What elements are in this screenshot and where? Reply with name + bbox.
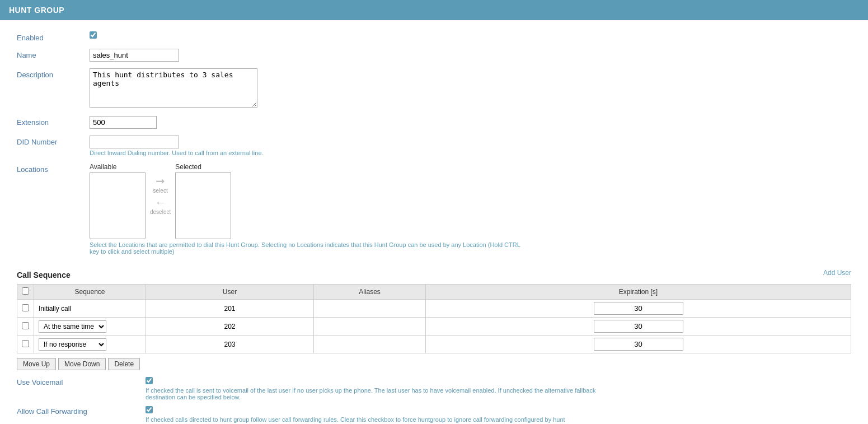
action-buttons: Move Up Move Down Delete — [17, 358, 851, 370]
page-header: HUNT GROUP — [0, 0, 868, 20]
name-label: Name — [17, 49, 90, 59]
locations-control: Available ➞ select ← deselect Selected — [90, 163, 851, 255]
sequence-static-0: Initially call — [39, 305, 71, 313]
table-row: At the same timeIf no responseRing all20… — [17, 318, 851, 336]
call-sequence-header: Call Sequence Add User — [17, 262, 851, 284]
did-label: DID Number — [17, 136, 90, 146]
selected-label: Selected — [175, 163, 201, 171]
delete-button[interactable]: Delete — [108, 358, 140, 370]
description-textarea[interactable] — [90, 68, 257, 108]
did-row: DID Number Direct Inward Dialing number.… — [17, 136, 851, 156]
sequence-dropdown-1[interactable]: At the same timeIf no responseRing all — [39, 320, 106, 333]
user-cell-2: 203 — [146, 336, 314, 353]
description-row: Description — [17, 68, 851, 109]
arrow-right-icon: ➞ — [156, 174, 165, 188]
name-row: Name — [17, 49, 851, 62]
expiration-input-1[interactable] — [594, 320, 683, 333]
enabled-checkbox[interactable] — [90, 31, 97, 39]
extension-row: Extension — [17, 116, 851, 129]
extension-control — [90, 116, 851, 129]
selected-box: Selected — [175, 163, 231, 239]
aliases-cell-0 — [314, 300, 426, 318]
did-control: Direct Inward Dialing number. Used to ca… — [90, 136, 851, 156]
call-sequence-title: Call Sequence — [17, 271, 71, 279]
name-input[interactable] — [90, 49, 179, 62]
call-forwarding-hint: If checked calls directed to hunt group … — [146, 416, 565, 424]
available-select[interactable] — [90, 172, 146, 239]
expiration-input-0[interactable] — [594, 302, 683, 315]
page-title: HUNT GROUP — [9, 6, 64, 15]
col-expiration: Expiration [s] — [426, 285, 851, 300]
col-user: User — [146, 285, 314, 300]
deselect-btn[interactable]: ← deselect — [150, 196, 171, 215]
move-down-button[interactable]: Move Down — [58, 358, 106, 370]
arrow-left-icon: ← — [155, 196, 166, 209]
selected-select[interactable] — [175, 172, 231, 239]
enabled-label: Enabled — [17, 31, 90, 42]
did-input[interactable] — [90, 136, 179, 148]
locations-row: Locations Available ➞ select ← deselect — [17, 163, 851, 255]
expiration-input-2[interactable] — [594, 338, 683, 351]
row-checkbox-2[interactable] — [22, 340, 29, 347]
row-checkbox-1[interactable] — [22, 322, 29, 329]
voicemail-control: If checked the call is sent to voicemail… — [146, 377, 621, 400]
voicemail-checkbox[interactable] — [146, 377, 153, 384]
deselect-label: deselect — [150, 209, 171, 215]
aliases-cell-1 — [314, 318, 426, 336]
user-cell-0: 201 — [146, 300, 314, 318]
table-row: Initially call201 — [17, 300, 851, 318]
locations-container: Available ➞ select ← deselect Selected — [90, 163, 851, 239]
select-label: select — [153, 188, 168, 194]
user-cell-1: 202 — [146, 318, 314, 336]
col-aliases: Aliases — [314, 285, 426, 300]
available-box: Available — [90, 163, 146, 239]
available-label: Available — [90, 163, 116, 171]
call-sequence-table: Sequence User Aliases Expiration [s] Ini… — [17, 284, 851, 353]
sequence-dropdown-2[interactable]: If no responseAt the same timeRing all — [39, 338, 106, 351]
description-label: Description — [17, 68, 90, 79]
extension-input[interactable] — [90, 116, 157, 129]
select-btn[interactable]: ➞ select — [153, 174, 168, 194]
aliases-cell-2 — [314, 336, 426, 353]
call-forwarding-checkbox[interactable] — [146, 406, 153, 413]
enabled-control — [90, 31, 851, 40]
voicemail-label: Use Voicemail — [17, 377, 146, 386]
call-forwarding-row: Allow Call Forwarding If checked calls d… — [17, 406, 851, 424]
voicemail-hint: If checked the call is sent to voicemail… — [146, 387, 621, 400]
add-user-link[interactable]: Add User — [823, 269, 851, 277]
locations-label: Locations — [17, 163, 90, 174]
enabled-row: Enabled — [17, 31, 851, 42]
table-header-row: Sequence User Aliases Expiration [s] — [17, 285, 851, 300]
bottom-section: Use Voicemail If checked the call is sen… — [17, 377, 851, 424]
description-control — [90, 68, 851, 109]
move-up-button[interactable]: Move Up — [17, 358, 56, 370]
locations-hint: Select the Locations that are permitted … — [90, 241, 526, 255]
transfer-buttons: ➞ select ← deselect — [150, 174, 171, 215]
table-row: If no responseAt the same timeRing all20… — [17, 336, 851, 353]
did-hint: Direct Inward Dialing number. Used to ca… — [90, 150, 851, 156]
voicemail-row: Use Voicemail If checked the call is sen… — [17, 377, 851, 400]
call-forwarding-control: If checked calls directed to hunt group … — [146, 406, 565, 424]
name-control — [90, 49, 851, 62]
col-check — [17, 285, 34, 300]
call-forwarding-label: Allow Call Forwarding — [17, 406, 146, 416]
extension-label: Extension — [17, 116, 90, 127]
col-sequence: Sequence — [34, 285, 146, 300]
row-checkbox-0[interactable] — [22, 304, 29, 311]
select-all-checkbox[interactable] — [22, 287, 29, 295]
